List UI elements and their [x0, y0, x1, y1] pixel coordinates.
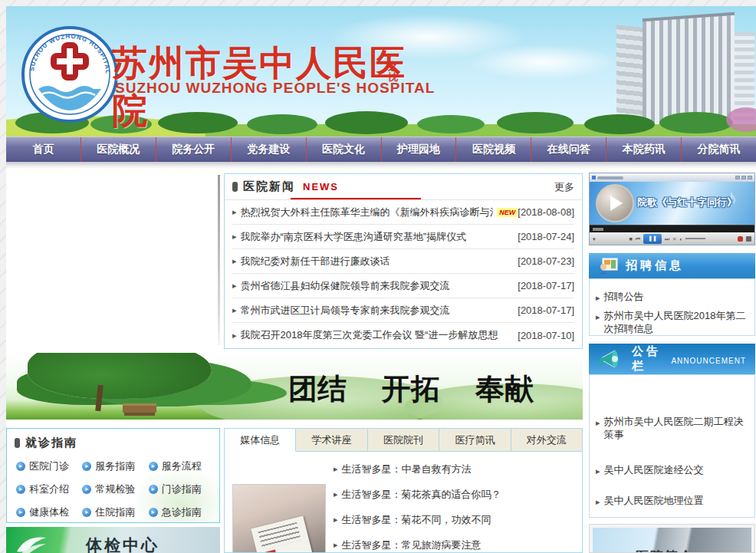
page: SUZHOU WUZHONG HOSPITAL 苏州市吴中人民医院 之忱 SUZ… [0, 0, 756, 553]
nav-item-home[interactable]: 首页 [6, 137, 81, 162]
announcement-title-en: ANNOUNCEMENT [671, 357, 746, 365]
nav-item-qa[interactable]: 在线问答 [531, 137, 606, 162]
next-icon[interactable]: ⏭ [665, 236, 669, 242]
play-button[interactable] [596, 184, 634, 222]
play-icon [610, 196, 623, 211]
nav-item-party[interactable]: 党务建设 [231, 137, 306, 162]
recruitment-item[interactable]: ▸ 招聘公告 [596, 290, 748, 304]
newspaper-masthead [261, 550, 278, 553]
arrow-bullet-icon: ▸ [334, 540, 338, 550]
news-item[interactable]: ▸ 我院纪委对新任干部进行廉政谈话 [2018-07-23] [232, 249, 574, 274]
player-controls: ▾ ■ ⏮ ❚❚ ⏭ ≡ ◖ [590, 232, 754, 245]
player-titlebar [590, 173, 754, 182]
guide-link-label: 常规检验 [95, 482, 135, 496]
minimize-icon[interactable] [735, 176, 740, 179]
maximize-icon[interactable] [741, 176, 746, 179]
announcement-item[interactable]: ▸ 吴中人民医院地理位置 [596, 494, 704, 509]
hospital-intro-panel[interactable]: 医院简介 [589, 524, 755, 553]
guide-link-label: 医院门诊 [29, 459, 69, 473]
announcement-item[interactable]: ▸ 吴中人民医院途经公交 [596, 463, 704, 478]
arrow-bullet-icon: ▸ [334, 489, 338, 499]
media-item[interactable]: ▸ 生活智多星：中暑自救有方法 [334, 456, 576, 482]
news-header: 医院新闻 NEWS 更多 [225, 174, 582, 200]
nav-item-culture[interactable]: 医院文化 [306, 137, 381, 162]
tab-journal[interactable]: 医院院刊 [368, 429, 439, 451]
announcement-item[interactable]: ▸ 苏州市吴中人民医院二期工程决策事 [596, 415, 751, 441]
guide-link-inpatient-guide[interactable]: ▸住院指南 [82, 505, 148, 519]
slogan-word: 开拓 [382, 370, 440, 409]
previous-icon[interactable]: ⏮ [636, 236, 640, 242]
tab-briefs[interactable]: 医疗简讯 [439, 429, 511, 451]
news-item-text: 我院纪委对新任干部进行廉政谈话 [241, 255, 390, 268]
guide-link-label: 门诊指南 [162, 482, 202, 496]
volume-slider[interactable] [685, 238, 705, 239]
tab-lectures[interactable]: 学术讲座 [296, 429, 367, 451]
guide-link-routine-tests[interactable]: ▸常规检验 [82, 482, 148, 496]
guide-link-emergency-guide[interactable]: ▸急诊指南 [149, 505, 215, 519]
media-item[interactable]: ▸ 生活智多星：菊花不同，功效不同 [334, 507, 576, 532]
recruitment-item[interactable]: ▸ 苏州市吴中人民医院2018年第二次招聘信息 [596, 309, 748, 335]
news-item-text: 热烈祝贺大外科主任陈革华主编的《新编外科疾病诊断与治 [241, 206, 494, 219]
nav-item-overview[interactable]: 医院概况 [81, 137, 156, 162]
newspaper-image [251, 515, 314, 553]
news-more-link[interactable]: 更多 [554, 180, 574, 194]
news-item-text: 我院举办“南京医科大学医患沟通研究基地”揭牌仪式 [241, 230, 467, 244]
nav-item-pharmacy[interactable]: 本院药讯 [606, 137, 681, 162]
arrow-bullet-icon: ▸ [232, 281, 237, 291]
arrow-bullet-icon: ▸ [596, 465, 600, 478]
guide-title: 就诊指南 [25, 436, 77, 450]
slogan-text: 团结 开拓 奉献 [288, 370, 534, 409]
record-icon[interactable] [738, 236, 743, 242]
guide-link-service-flow[interactable]: ▸服务流程 [149, 459, 215, 473]
news-item[interactable]: ▸ 热烈祝贺大外科主任陈革华主编的《新编外科疾病诊断与治 NEW [2018-0… [232, 200, 574, 225]
nav-item-affairs[interactable]: 院务公开 [156, 137, 231, 162]
close-icon[interactable] [748, 176, 752, 179]
news-item[interactable]: ▸ 我院举办“南京医科大学医患沟通研究基地”揭牌仪式 [2018-07-24] [232, 225, 574, 249]
main-nav: 首页 医院概况 院务公开 党务建设 医院文化 护理园地 医院视频 在线问答 本院… [6, 137, 756, 162]
media-item[interactable]: ▸ 生活智多星：常见旅游病要注意 [334, 532, 576, 553]
news-item[interactable]: ▸ 我院召开2018年度第三次党委工作会议 暨“进一步解放思想 [2018-07… [232, 323, 574, 347]
arrow-bullet-icon: ▸ [596, 291, 600, 304]
news-item[interactable]: ▸ 贵州省德江县妇幼保健院领导前来我院参观交流 [2018-07-17] [232, 274, 574, 298]
news-item-date: [2018-07-17] [518, 304, 574, 316]
tab-media-info[interactable]: 媒体信息 [225, 429, 296, 452]
circle-arrow-icon: ▸ [82, 462, 91, 471]
playlist-dropdown-icon[interactable]: ▾ [593, 236, 596, 242]
pause-button[interactable]: ❚❚ [643, 234, 662, 244]
arrow-bullet-icon: ▸ [596, 495, 600, 509]
media-item-text: 生活智多星：中暑自救有方法 [342, 462, 472, 476]
tab-exchange[interactable]: 对外交流 [511, 429, 582, 451]
section-bullet-icon [15, 438, 20, 448]
guide-link-outpatient-guide[interactable]: ▸门诊指南 [149, 482, 215, 496]
media-item[interactable]: ▸ 生活智多星：菊花茶真的适合你吗？ [334, 482, 576, 507]
stop-icon[interactable]: ■ [629, 236, 633, 242]
guide-link-departments[interactable]: ▸科室介绍 [16, 482, 82, 496]
player-window-buttons [735, 176, 752, 179]
news-title: 医院新闻 [243, 179, 295, 194]
nav-item-video[interactable]: 医院视频 [455, 137, 531, 162]
announcement-item-text: 吴中人民医院途经公交 [604, 463, 704, 478]
guide-link-health-checkup[interactable]: ▸健康体检 [16, 505, 82, 519]
slogan-banner: 团结 开拓 奉献 [6, 353, 583, 420]
news-item-date: [2018-07-10] [518, 330, 574, 341]
circle-arrow-icon: ▸ [82, 485, 91, 494]
hospital-intro-title: 医院简介 [636, 548, 694, 553]
guide-link-service-guide[interactable]: ▸服务指南 [82, 459, 148, 473]
arrow-bullet-icon: ▸ [334, 515, 338, 525]
bench-image [123, 403, 156, 413]
circle-arrow-icon: ▸ [82, 508, 91, 517]
guide-link-outpatient[interactable]: ▸医院门诊 [16, 459, 82, 473]
volume-icon[interactable]: ◖ [679, 236, 682, 242]
checkup-center-banner[interactable]: 体检中心 [6, 527, 220, 553]
nav-item-nursing[interactable]: 护理园地 [381, 137, 456, 162]
playlist-icon[interactable]: ≡ [672, 236, 675, 242]
player-info-bar [590, 225, 754, 232]
site-title-en: SUZHOU WUZHONG PEOPLE'S HOSPITAL [115, 80, 435, 97]
nav-item-branch[interactable]: 分院简讯 [681, 137, 756, 162]
guide-link-label: 服务流程 [162, 459, 202, 473]
news-list: ▸ 热烈祝贺大外科主任陈革华主编的《新编外科疾病诊断与治 NEW [2018-0… [225, 200, 582, 347]
news-red-underline [291, 198, 421, 199]
arrow-bullet-icon: ▸ [596, 416, 600, 441]
news-item[interactable]: ▸ 常州市武进区卫计局领导专家前来我院参观交流 [2018-07-17] [232, 298, 574, 323]
settings-icon[interactable] [746, 236, 751, 242]
